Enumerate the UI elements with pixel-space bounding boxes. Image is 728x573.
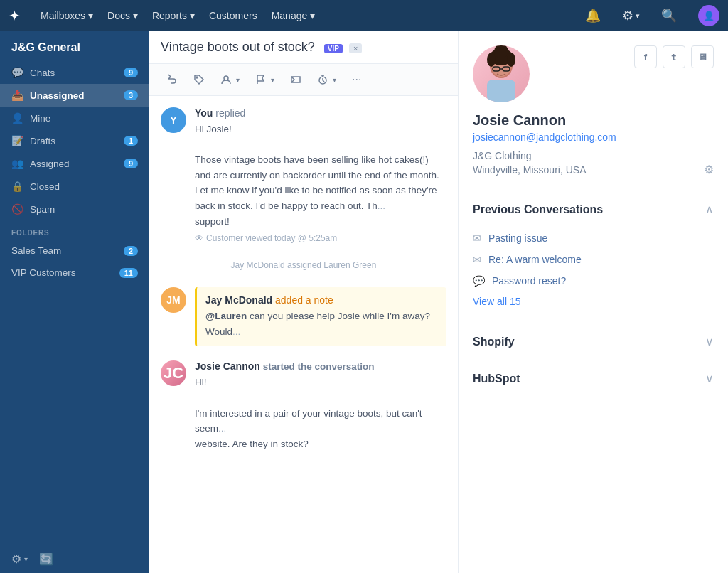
sidebar-item-drafts[interactable]: 📝 Drafts 1 bbox=[0, 129, 149, 152]
customer-social-links: f t 🖥 bbox=[634, 45, 714, 68]
conversation-header: Vintage boots out of stock? VIP × bbox=[149, 31, 458, 64]
customer-avatar bbox=[473, 45, 530, 102]
email-icon: ✉ bbox=[473, 254, 481, 265]
hubspot-header[interactable]: HubSpot ∨ bbox=[459, 360, 728, 397]
sidebar-item-unassigned[interactable]: 📥 Unassigned 3 bbox=[0, 84, 149, 107]
sidebar-refresh-icon[interactable]: 🔄 bbox=[39, 552, 53, 566]
josie-avatar: JC bbox=[161, 360, 186, 386]
sidebar-item-assigned[interactable]: 👥 Assigned 9 bbox=[0, 152, 149, 175]
sidebar-item-label: Unassigned bbox=[30, 90, 85, 101]
previous-conversations-header[interactable]: Previous Conversations ∧ bbox=[459, 191, 728, 227]
chat-icon: 💬 bbox=[11, 67, 23, 78]
sidebar-item-spam[interactable]: 🚫 Spam bbox=[0, 198, 149, 220]
message-author: You replied bbox=[195, 107, 446, 119]
email-icon: ✉ bbox=[473, 232, 481, 244]
sidebar-item-chats[interactable]: 💬 Chats 9 bbox=[0, 61, 149, 84]
message-author: Josie Cannon started the conversation bbox=[195, 360, 446, 372]
prev-conv-pasting[interactable]: ✉ Pasting issue bbox=[473, 227, 714, 249]
previous-conversations-section: Previous Conversations ∧ ✉ Pasting issue… bbox=[459, 191, 728, 323]
assign-button[interactable]: ▾ bbox=[215, 70, 245, 89]
app-logo: ✦ bbox=[9, 7, 21, 24]
message-note-body: Jay McDonald added a note @Lauren can yo… bbox=[195, 287, 446, 346]
location-settings-icon[interactable]: ⚙ bbox=[704, 163, 714, 176]
unassigned-icon: 📥 bbox=[11, 90, 23, 101]
nav-docs[interactable]: Docs ▾ bbox=[107, 10, 138, 21]
message-jay: JM Jay McDonald added a note @Lauren can… bbox=[161, 287, 446, 346]
chat-icon: 💬 bbox=[473, 275, 485, 286]
conversation-main: Vintage boots out of stock? VIP × ▾ ▾ bbox=[149, 31, 458, 573]
sidebar-settings-icon[interactable]: ⚙ ▾ bbox=[11, 552, 28, 566]
sidebar-item-sales-team[interactable]: Sales Team 2 bbox=[0, 240, 149, 262]
nav-customers[interactable]: Customers bbox=[209, 10, 257, 21]
sidebar-item-closed[interactable]: 🔒 Closed bbox=[0, 175, 149, 198]
nav-manage[interactable]: Manage ▾ bbox=[272, 10, 316, 21]
nav-mailboxes[interactable]: Mailboxes ▾ bbox=[41, 10, 93, 21]
sidebar-item-label: Assigned bbox=[30, 159, 70, 169]
prev-conv-password[interactable]: 💬 Password reset? bbox=[473, 270, 714, 291]
message-you: Y You replied Hi Josie! Those vintage bo… bbox=[161, 107, 446, 243]
tag-button[interactable] bbox=[188, 70, 210, 89]
twitter-button[interactable]: t bbox=[663, 45, 685, 68]
conversation-title: Vintage boots out of stock? VIP × bbox=[161, 40, 446, 55]
main-layout: J&G General 💬 Chats 9 📥 Unassigned 3 👤 M… bbox=[0, 31, 728, 573]
flag-button[interactable]: ▾ bbox=[250, 70, 280, 89]
message-content: Hi Josie! Those vintage boots have been … bbox=[195, 122, 446, 229]
undo-button[interactable] bbox=[161, 70, 183, 89]
message-content: Hi! I'm interested in a pair of your vin… bbox=[195, 375, 446, 451]
gear-icon[interactable]: ⚙▾ bbox=[622, 8, 640, 23]
folders-section-label: FOLDERS bbox=[0, 220, 149, 240]
sidebar-title: J&G General bbox=[0, 31, 149, 61]
svg-point-1 bbox=[224, 76, 228, 80]
assigned-icon: 👥 bbox=[11, 158, 23, 169]
sidebar: J&G General 💬 Chats 9 📥 Unassigned 3 👤 M… bbox=[0, 31, 149, 573]
vip-close-button[interactable]: × bbox=[349, 43, 362, 53]
customer-name: Josie Cannon bbox=[473, 112, 714, 129]
hubspot-title: HubSpot bbox=[473, 373, 520, 385]
spam-icon: 🚫 bbox=[11, 203, 23, 215]
prev-conv-welcome[interactable]: ✉ Re: A warm welcome bbox=[473, 249, 714, 270]
vip-customers-badge: 11 bbox=[119, 268, 138, 278]
right-panel: f t 🖥 Josie Cannon josiecannon@jandgclot… bbox=[458, 31, 728, 573]
message-josie: JC Josie Cannon started the conversation… bbox=[161, 360, 446, 451]
assigned-badge: 9 bbox=[124, 159, 138, 168]
conversation-toolbar: ▾ ▾ ▾ ··· bbox=[149, 64, 458, 96]
sidebar-item-vip-customers[interactable]: VIP Customers 11 bbox=[0, 262, 149, 284]
sidebar-item-label: Spam bbox=[30, 204, 55, 215]
sidebar-item-label: Closed bbox=[30, 181, 60, 192]
vip-badge: VIP bbox=[324, 44, 343, 53]
customer-email[interactable]: josiecannon@jandgclothing.com bbox=[473, 132, 714, 143]
drafts-icon: 📝 bbox=[11, 135, 23, 146]
nav-reports[interactable]: Reports ▾ bbox=[152, 10, 195, 21]
view-all-link[interactable]: View all 15 bbox=[473, 291, 714, 311]
customer-location: Windyville, Missouri, USA ⚙ bbox=[473, 163, 714, 176]
label-button[interactable] bbox=[284, 70, 307, 89]
previous-conversations-title: Previous Conversations bbox=[473, 203, 603, 216]
sidebar-footer: ⚙ ▾ 🔄 bbox=[0, 545, 149, 573]
hubspot-chevron: ∨ bbox=[705, 372, 714, 385]
shopify-header[interactable]: Shopify ∨ bbox=[459, 323, 728, 360]
customer-company: J&G Clothing bbox=[473, 150, 714, 161]
screen-button[interactable]: 🖥 bbox=[691, 45, 714, 68]
chats-badge: 9 bbox=[124, 68, 138, 77]
previous-conversations-list: ✉ Pasting issue ✉ Re: A warm welcome 💬 P… bbox=[459, 227, 728, 323]
bell-icon[interactable]: 🔔 bbox=[585, 8, 601, 23]
drafts-badge: 1 bbox=[124, 136, 138, 146]
search-icon[interactable]: 🔍 bbox=[661, 8, 677, 23]
message-author: Jay McDonald added a note bbox=[205, 294, 438, 306]
svg-point-0 bbox=[196, 77, 198, 78]
more-button[interactable]: ··· bbox=[346, 70, 367, 90]
sidebar-item-label: VIP Customers bbox=[11, 267, 76, 278]
user-avatar[interactable]: 👤 bbox=[698, 5, 719, 26]
you-avatar: Y bbox=[161, 107, 186, 133]
shopify-chevron: ∨ bbox=[705, 335, 714, 348]
closed-icon: 🔒 bbox=[11, 181, 23, 192]
sales-team-badge: 2 bbox=[124, 246, 138, 256]
message-body: You replied Hi Josie! Those vintage boot… bbox=[195, 107, 446, 243]
snooze-button[interactable]: ▾ bbox=[311, 70, 342, 89]
sidebar-item-label: Sales Team bbox=[11, 245, 61, 256]
svg-point-7 bbox=[507, 53, 515, 67]
svg-point-6 bbox=[487, 53, 496, 67]
conversation-messages: Y You replied Hi Josie! Those vintage bo… bbox=[149, 96, 458, 573]
facebook-button[interactable]: f bbox=[634, 45, 657, 68]
sidebar-item-mine[interactable]: 👤 Mine bbox=[0, 107, 149, 129]
